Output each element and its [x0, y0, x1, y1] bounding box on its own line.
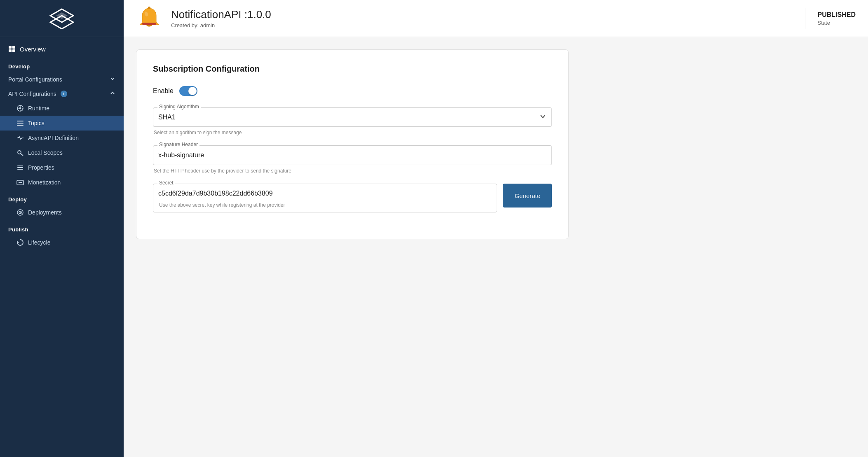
state-label: State	[818, 20, 856, 26]
secret-row: Secret Use the above secret key while re…	[153, 184, 552, 212]
properties-label: Properties	[28, 164, 54, 171]
sidebar-item-portal-configs[interactable]: Portal Configurations	[0, 72, 124, 86]
svg-rect-14	[17, 123, 23, 124]
api-title: NotificationAPI :1.0.0	[171, 8, 793, 21]
info-icon: i	[61, 91, 67, 97]
logo-icon	[49, 8, 74, 29]
lifecycle-label: Lifecycle	[28, 239, 50, 246]
svg-rect-16	[17, 121, 18, 121]
signing-algorithm-wrapper: Signing Algortithm SHA1 SHA256 SHA512	[153, 107, 552, 127]
sidebar-item-api-configs[interactable]: API Configurations i	[0, 86, 124, 101]
page-header: NotificationAPI :1.0.0 Created by: admin…	[124, 0, 868, 37]
sidebar-item-runtime[interactable]: Runtime	[0, 101, 124, 116]
svg-rect-3	[9, 46, 12, 49]
secret-help: Use the above secret key while registeri…	[158, 202, 492, 208]
enable-row: Enable	[153, 86, 552, 96]
asyncapi-label: AsyncAPI Definition	[28, 135, 79, 141]
svg-rect-21	[17, 166, 23, 166]
secret-label: Secret	[157, 180, 175, 186]
svg-rect-29	[148, 7, 150, 9]
lifecycle-icon	[16, 239, 24, 246]
signature-header-wrapper: Signature Header	[153, 145, 552, 165]
runtime-icon	[16, 105, 24, 112]
header-divider	[805, 8, 805, 29]
signature-header-input[interactable]	[158, 149, 547, 161]
api-configs-label: API Configurations	[8, 91, 56, 97]
portal-configs-label: Portal Configurations	[8, 76, 62, 83]
signing-algorithm-help: Select an algorithm to sign the message	[153, 130, 552, 135]
sidebar-item-lifecycle[interactable]: Lifecycle	[0, 235, 124, 250]
generate-button[interactable]: Generate	[503, 184, 552, 208]
svg-line-20	[21, 154, 23, 156]
chevron-up-icon	[110, 90, 115, 97]
sidebar-item-topics[interactable]: Topics	[0, 116, 124, 131]
deployments-icon	[16, 209, 24, 216]
main-area: NotificationAPI :1.0.0 Created by: admin…	[124, 0, 868, 457]
secret-field-wrapper: Secret Use the above secret key while re…	[153, 184, 497, 212]
card-title: Subscription Configuration	[153, 64, 552, 74]
api-icon	[136, 5, 163, 32]
subscription-config-card: Subscription Configuration Enable Signin…	[136, 49, 569, 239]
key-icon	[16, 149, 24, 156]
signature-header-group: Signature Header Set the HTTP header use…	[153, 145, 552, 174]
toggle-thumb	[188, 87, 197, 95]
status-badge: PUBLISHED	[818, 11, 856, 19]
svg-rect-25	[19, 182, 22, 183]
develop-section: Develop	[0, 57, 124, 72]
secret-input[interactable]	[158, 187, 492, 199]
signature-header-help: Set the HTTP header use by the provider …	[153, 168, 552, 174]
deploy-section: Deploy	[0, 190, 124, 205]
svg-rect-23	[17, 169, 23, 170]
svg-rect-30	[142, 23, 156, 25]
monetization-label: Monetization	[28, 179, 61, 186]
signature-header-label: Signature Header	[157, 142, 199, 147]
asyncapi-icon	[16, 134, 24, 142]
topics-icon	[16, 119, 24, 127]
deployments-label: Deployments	[28, 209, 62, 216]
svg-point-28	[20, 212, 21, 213]
svg-rect-15	[17, 125, 23, 126]
svg-point-8	[19, 107, 21, 110]
publish-section: Publish	[0, 220, 124, 235]
header-info: NotificationAPI :1.0.0 Created by: admin	[171, 8, 793, 28]
signing-algorithm-select[interactable]: SHA1 SHA256 SHA512	[158, 111, 547, 122]
sidebar-item-deployments[interactable]: Deployments	[0, 205, 124, 220]
header-status-area: PUBLISHED State	[818, 11, 856, 26]
overview-icon	[8, 45, 16, 53]
svg-rect-6	[12, 49, 15, 52]
properties-icon	[16, 164, 24, 171]
topics-label: Topics	[28, 120, 45, 126]
svg-point-19	[18, 151, 21, 154]
svg-rect-22	[17, 167, 23, 168]
svg-rect-4	[12, 46, 15, 49]
svg-rect-5	[9, 49, 12, 52]
overview-label: Overview	[20, 46, 46, 53]
sidebar-item-monetization[interactable]: Monetization	[0, 175, 124, 190]
sidebar-item-local-scopes[interactable]: Local Scopes	[0, 145, 124, 160]
sidebar-item-asyncapi[interactable]: AsyncAPI Definition	[0, 131, 124, 145]
enable-toggle[interactable]	[179, 86, 197, 96]
sidebar-item-properties[interactable]: Properties	[0, 160, 124, 175]
content-area: Subscription Configuration Enable Signin…	[124, 37, 868, 457]
sidebar-item-overview[interactable]: Overview	[0, 41, 124, 57]
enable-label: Enable	[153, 87, 174, 95]
local-scopes-label: Local Scopes	[28, 149, 63, 156]
chevron-down-icon	[110, 76, 115, 83]
runtime-label: Runtime	[28, 105, 49, 112]
sidebar: Overview Develop Portal Configurations A…	[0, 0, 124, 457]
sidebar-logo	[0, 0, 124, 37]
signing-algorithm-group: Signing Algortithm SHA1 SHA256 SHA512 Se…	[153, 107, 552, 135]
api-created-by: Created by: admin	[171, 22, 793, 28]
sidebar-nav: Overview Develop Portal Configurations A…	[0, 37, 124, 457]
signing-algorithm-label: Signing Algortithm	[157, 104, 201, 110]
monetization-icon	[16, 179, 24, 186]
